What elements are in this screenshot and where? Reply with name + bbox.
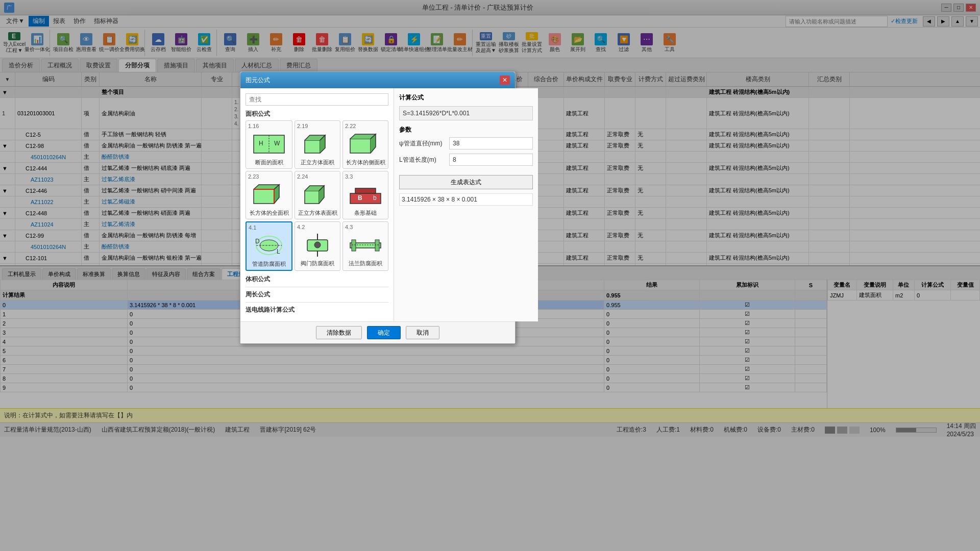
svg-rect-13 <box>355 188 376 193</box>
formula-result-display: 3.1415926 × 38 × 8 × 0.001 <box>399 193 533 206</box>
area-formula-grid: 1.16 H W 断面的面积 2.19 <box>246 120 388 271</box>
dialog-search-input[interactable] <box>246 93 388 106</box>
formula-img-2-23 <box>249 182 289 207</box>
param-l-label: L管道长度(m) <box>399 156 445 164</box>
dialog-footer: 清除数据 确定 取消 <box>240 321 515 343</box>
area-formula-title: 面积公式 <box>246 110 388 118</box>
calc-formula-title: 计算公式 <box>399 93 533 102</box>
formula-card-2-22[interactable]: 2.22 长方体的侧面积 <box>342 120 388 169</box>
calc-formula-display: S=3.1415926*D*L*0.001 <box>399 106 533 120</box>
cable-formula-title: 送电线路计算公式 <box>246 306 388 314</box>
clear-data-button[interactable]: 清除数据 <box>316 326 362 339</box>
svg-rect-8 <box>254 189 274 204</box>
formula-img-3-3: B b <box>345 182 386 207</box>
confirm-button[interactable]: 确定 <box>367 326 401 339</box>
formula-img-4-3 <box>345 232 386 258</box>
svg-text:L: L <box>277 248 280 255</box>
perimeter-formula-title: 周长公式 <box>246 290 388 299</box>
dialog-close-button[interactable]: ✕ <box>500 76 510 85</box>
param-l-row: L管道长度(m) <box>399 154 533 166</box>
svg-point-24 <box>314 242 321 248</box>
param-d-label: ψ管道直径(mm) <box>399 139 445 148</box>
svg-text:W: W <box>274 140 280 147</box>
dialog-calc-panel: 计算公式 S=3.1415926*D*L*0.001 参数 ψ管道直径(mm) … <box>394 88 538 321</box>
svg-rect-27 <box>375 240 379 251</box>
generate-expression-button[interactable]: 生成表达式 <box>399 175 533 189</box>
svg-text:B: B <box>358 194 362 202</box>
cancel-button[interactable]: 取消 <box>406 326 439 339</box>
formula-card-2-19[interactable]: 2.19 正立方体面积 <box>295 120 340 169</box>
svg-text:b: b <box>373 194 377 202</box>
formula-img-4-2 <box>297 232 338 258</box>
svg-rect-6 <box>305 140 320 153</box>
dialog-search-area <box>246 93 388 106</box>
dialog-formula-list: 面积公式 1.16 H W 断面的面积 <box>240 88 394 321</box>
svg-rect-26 <box>352 240 356 251</box>
formula-card-2-23[interactable]: 2.23 长方体的全面积 <box>246 171 292 219</box>
volume-formula-title: 体积公式 <box>246 275 388 284</box>
formula-card-4-2[interactable]: 4.2 阀门防腐面积 <box>295 221 340 271</box>
svg-rect-11 <box>305 191 319 204</box>
params-title: 参数 <box>399 126 533 134</box>
param-d-input[interactable] <box>449 137 533 149</box>
formula-dialog: 图元公式 ✕ 面积公式 1.16 <box>240 71 516 344</box>
formula-img-2-24 <box>297 182 338 207</box>
dialog-overlay: 图元公式 ✕ 面积公式 1.16 <box>0 0 980 551</box>
dialog-inner: 面积公式 1.16 H W 断面的面积 <box>240 88 515 321</box>
formula-card-2-24[interactable]: 2.24 正立方体表面积 <box>295 171 340 219</box>
formula-card-3-3[interactable]: 3.3 B b 条形基础 <box>342 171 388 219</box>
dialog-title-text: 图元公式 <box>246 76 270 85</box>
param-l-input[interactable] <box>449 154 533 166</box>
svg-rect-7 <box>350 139 371 153</box>
formula-img-2-22 <box>345 131 386 157</box>
formula-img-4-1: D L <box>249 233 289 258</box>
formula-img-2-19 <box>297 131 338 157</box>
formula-img-1-16: H W <box>249 131 289 157</box>
formula-card-1-16[interactable]: 1.16 H W 断面的面积 <box>246 120 292 169</box>
formula-card-4-1[interactable]: 4.1 D L 管道防腐面积 <box>246 221 292 271</box>
svg-text:D: D <box>255 238 260 245</box>
param-d-row: ψ管道直径(mm) <box>399 137 533 149</box>
dialog-title-bar: 图元公式 ✕ <box>240 72 515 88</box>
svg-text:H: H <box>259 140 263 147</box>
formula-card-4-3[interactable]: 4.3 法兰防腐面积 <box>342 221 388 271</box>
